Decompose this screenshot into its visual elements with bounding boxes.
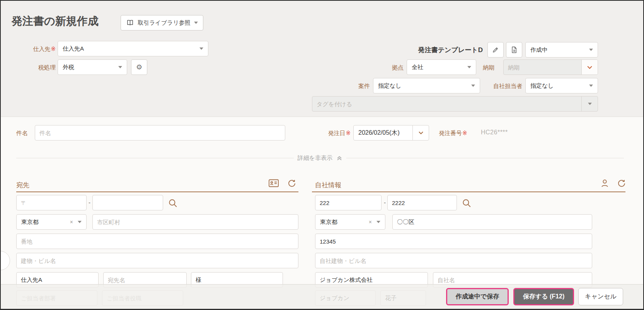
edit-template-button[interactable] xyxy=(487,42,504,58)
clear-icon[interactable]: × xyxy=(369,219,372,225)
footer-action-bar: 作成途中で保存 保存する (F12) キャンセル xyxy=(1,284,643,309)
required-mark: ※ xyxy=(462,130,467,136)
status-select-value: 作成中 xyxy=(530,46,548,54)
delivery-date-picker-toggle[interactable] xyxy=(581,60,598,75)
caret-down-icon xyxy=(589,85,593,87)
caret-down-icon xyxy=(588,103,592,105)
own-rep-label: 自社担当者 xyxy=(484,83,522,90)
delivery-date-control xyxy=(503,59,598,75)
chevron-down-icon xyxy=(586,64,593,71)
tag-control xyxy=(312,96,598,112)
transaction-library-button[interactable]: 取引ライブラリ参照 xyxy=(121,15,203,30)
pencil-icon xyxy=(492,46,499,53)
order-number-label: 発注番号※ xyxy=(439,130,467,137)
page-title: 発注書の新規作成 xyxy=(12,14,99,29)
company-postal-code-2-input[interactable] xyxy=(387,195,457,210)
postal-separator: - xyxy=(89,199,90,206)
order-date-control[interactable]: 2026/02/05(木) xyxy=(353,125,429,141)
clear-icon[interactable]: × xyxy=(70,219,73,225)
subject-label: 件名 xyxy=(16,130,28,137)
company-prefecture-select[interactable]: 東京都 × xyxy=(315,214,385,230)
section-underline xyxy=(16,191,298,192)
recipient-postal-code-1-input[interactable] xyxy=(16,195,87,210)
refresh-icon[interactable] xyxy=(617,179,626,190)
hide-details-label: 詳細を非表示 xyxy=(298,154,332,162)
project-select[interactable]: 指定なし xyxy=(373,78,480,93)
caret-down-icon xyxy=(199,47,203,50)
delivery-date-input[interactable] xyxy=(504,60,581,75)
order-date-picker-toggle[interactable] xyxy=(412,125,429,140)
company-building-input[interactable] xyxy=(315,253,592,268)
supplier-select[interactable]: 仕入先A xyxy=(58,41,208,56)
order-date-value: 2026/02/05(木) xyxy=(354,125,412,140)
person-icon[interactable] xyxy=(600,178,610,190)
own-company-section-title: 自社情報 xyxy=(315,181,341,190)
tag-dropdown-toggle[interactable] xyxy=(581,97,598,111)
save-draft-button[interactable]: 作成途中で保存 xyxy=(446,288,509,305)
delivery-date-label: 納期 xyxy=(483,64,494,71)
recipient-postal-code-2-input[interactable] xyxy=(92,195,163,210)
tax-select[interactable]: 外税 xyxy=(58,59,127,75)
chevron-down-icon xyxy=(418,130,424,136)
cancel-button[interactable]: キャンセル xyxy=(578,288,623,305)
company-prefecture-value: 東京都 xyxy=(320,219,337,226)
supplier-label: 仕入先※ xyxy=(9,46,56,53)
recipient-prefecture-select[interactable]: 東京都 × xyxy=(16,214,87,230)
location-select[interactable]: 全社 xyxy=(407,59,476,75)
supplier-select-value: 仕入先A xyxy=(63,45,84,53)
caret-down-icon xyxy=(118,66,122,68)
refresh-icon[interactable] xyxy=(287,179,296,190)
recipient-city-input[interactable] xyxy=(92,214,298,230)
search-icon[interactable] xyxy=(462,198,472,210)
recipient-street-input[interactable] xyxy=(16,234,298,249)
tax-select-value: 外税 xyxy=(63,64,74,71)
company-city-input[interactable] xyxy=(392,214,592,230)
status-select[interactable]: 作成中 xyxy=(525,42,598,58)
recipient-prefecture-value: 東京都 xyxy=(21,219,39,226)
company-postal-code-1-input[interactable] xyxy=(315,195,382,210)
recipient-building-input[interactable] xyxy=(16,253,298,268)
file-icon xyxy=(511,46,517,53)
tag-input[interactable] xyxy=(312,97,581,111)
location-label: 拠点 xyxy=(373,64,404,71)
section-underline xyxy=(312,191,625,192)
contact-card-icon[interactable] xyxy=(268,178,279,190)
search-icon[interactable] xyxy=(168,198,178,210)
caret-down-icon xyxy=(194,22,198,24)
caret-down-icon xyxy=(78,221,82,223)
hide-details-toggle[interactable]: 詳細を非表示 xyxy=(16,154,624,162)
book-icon xyxy=(126,19,134,27)
tax-label: 税処理 xyxy=(9,64,56,71)
project-label: 案件 xyxy=(341,83,370,90)
order-date-label: 発注日※ xyxy=(309,130,351,137)
double-chevron-up-icon xyxy=(336,155,342,161)
project-select-value: 指定なし xyxy=(378,82,402,90)
recipient-section-title: 宛先 xyxy=(16,181,29,190)
template-name: 発注書テンプレートD xyxy=(367,46,483,54)
required-mark: ※ xyxy=(346,130,351,136)
required-mark: ※ xyxy=(51,46,56,52)
order-number-value: HC26**** xyxy=(481,129,508,136)
location-select-value: 全社 xyxy=(412,64,423,71)
divider xyxy=(16,158,294,158)
own-rep-select[interactable]: 指定なし xyxy=(525,78,598,93)
subject-input[interactable] xyxy=(35,125,285,141)
postal-separator: - xyxy=(384,199,386,206)
purchase-order-create-page: 発注書の新規作成 取引ライブラリ参照 仕入先※ 仕入先A 税処理 外税 ⚙ 発注… xyxy=(0,0,644,310)
caret-down-icon xyxy=(377,221,380,223)
gear-icon: ⚙ xyxy=(136,64,142,71)
company-street-input[interactable] xyxy=(315,234,592,249)
tax-settings-button[interactable]: ⚙ xyxy=(131,59,147,75)
divider xyxy=(346,158,624,158)
document-button[interactable] xyxy=(506,42,522,58)
caret-down-icon xyxy=(467,66,471,68)
transaction-library-label: 取引ライブラリ参照 xyxy=(138,19,191,27)
caret-down-icon xyxy=(471,85,475,87)
own-rep-select-value: 指定なし xyxy=(530,82,554,90)
save-button[interactable]: 保存する (F12) xyxy=(513,288,574,305)
caret-down-icon xyxy=(589,49,593,51)
